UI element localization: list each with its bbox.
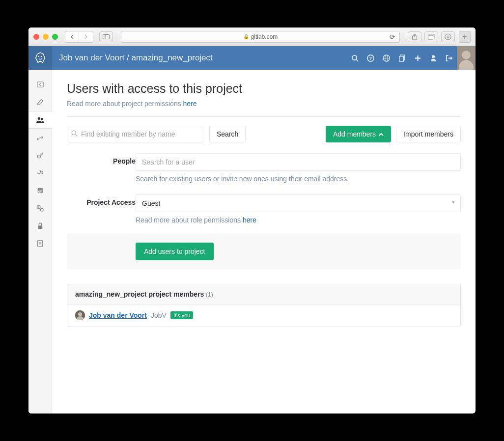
- page-subtitle: Read more about project permissions here: [67, 100, 461, 108]
- share-button[interactable]: [408, 31, 421, 42]
- reload-button[interactable]: ⟳: [390, 33, 395, 41]
- svg-point-24: [37, 117, 40, 120]
- gitlab-logo[interactable]: [28, 46, 52, 70]
- sidebar-item-back[interactable]: [28, 76, 52, 93]
- help-icon[interactable]: ?: [363, 46, 378, 70]
- signout-icon[interactable]: [441, 46, 457, 70]
- sidebar-item-members[interactable]: [28, 111, 52, 129]
- sidebar-item-services[interactable]: git: [28, 182, 52, 199]
- svg-point-6: [38, 56, 39, 57]
- url-host: gitlab.com: [251, 33, 278, 40]
- add-members-button[interactable]: Add members: [326, 126, 391, 142]
- svg-point-25: [41, 118, 43, 120]
- search-button[interactable]: Search: [209, 126, 246, 142]
- sidebar-item-edit[interactable]: [28, 93, 52, 111]
- app-header: Job van der Voort / amazing_new_project …: [28, 46, 476, 70]
- add-members-form: People Search for existing users or invi…: [67, 153, 461, 269]
- svg-rect-33: [38, 225, 42, 229]
- window-controls: [33, 34, 58, 40]
- svg-line-39: [76, 135, 78, 137]
- svg-rect-4: [428, 35, 433, 39]
- files-icon[interactable]: [394, 46, 410, 70]
- people-label: People: [67, 153, 136, 165]
- svg-text:?: ?: [369, 56, 372, 61]
- svg-rect-23: [37, 82, 43, 87]
- svg-line-9: [356, 59, 358, 61]
- people-input[interactable]: [136, 153, 461, 171]
- access-select-wrap: Guest: [136, 194, 461, 212]
- forward-button[interactable]: [79, 31, 93, 42]
- page-title: Users with access to this project: [67, 82, 461, 96]
- access-help-text: Read more about role permissions: [136, 216, 243, 224]
- sidebar-toggle-button[interactable]: [99, 31, 113, 42]
- close-window-button[interactable]: [33, 34, 39, 40]
- member-name-link[interactable]: Job van der Voort: [89, 311, 147, 319]
- sidebar-item-deploy[interactable]: [28, 129, 52, 146]
- svg-point-8: [352, 55, 356, 59]
- svg-point-19: [432, 55, 435, 58]
- perm-text: Read more about project permissions: [67, 100, 183, 108]
- sidebar-item-keys[interactable]: [28, 146, 52, 164]
- new-tab-button[interactable]: +: [459, 31, 471, 43]
- svg-point-41: [78, 312, 82, 316]
- zoom-window-button[interactable]: [52, 34, 58, 40]
- access-help-link[interactable]: here: [243, 216, 256, 224]
- sidebar-item-ci[interactable]: [28, 235, 52, 252]
- submit-row: Add users to project: [67, 234, 461, 269]
- members-toolbar: Search Add members Import members: [67, 126, 461, 142]
- add-members-label: Add members: [333, 130, 376, 138]
- people-help: Search for existing users or invite new …: [136, 175, 461, 183]
- svg-rect-16: [399, 56, 403, 61]
- search-icon: [71, 130, 78, 138]
- sidebar-item-hooks[interactable]: [28, 164, 52, 182]
- sidebar-item-protected[interactable]: [28, 217, 52, 235]
- add-users-button[interactable]: Add users to project: [136, 243, 214, 260]
- svg-point-38: [72, 131, 76, 135]
- access-help: Read more about role permissions here: [136, 216, 461, 224]
- globe-icon[interactable]: [378, 46, 394, 70]
- nav-buttons: [65, 31, 93, 43]
- breadcrumb[interactable]: Job van der Voort / amazing_new_project: [59, 53, 347, 63]
- address-bar[interactable]: 🔒 gitlab.com ⟳: [121, 31, 400, 43]
- svg-point-30: [38, 206, 39, 207]
- main-content: Users with access to this project Read m…: [52, 70, 476, 413]
- sidebar: git: [28, 70, 52, 413]
- browser-chrome: 🔒 gitlab.com ⟳ +: [28, 28, 476, 46]
- members-header: amazing_new_project project members (1): [67, 284, 460, 304]
- plus-icon[interactable]: [410, 46, 425, 70]
- tabs-button[interactable]: [424, 31, 438, 42]
- downloads-button[interactable]: [441, 31, 455, 42]
- chrome-right-buttons: +: [408, 31, 471, 43]
- member-search-input[interactable]: [67, 126, 204, 142]
- member-row: Job van der Voort JobV It's you: [67, 304, 460, 326]
- separator: [67, 116, 461, 117]
- user-icon[interactable]: [425, 46, 441, 70]
- member-search-wrap: [67, 126, 204, 142]
- access-select[interactable]: Guest: [136, 194, 461, 212]
- member-avatar: [75, 310, 85, 320]
- svg-rect-0: [103, 34, 110, 39]
- sidebar-item-settings[interactable]: [28, 199, 52, 217]
- search-icon[interactable]: [347, 46, 363, 70]
- app-body: git Users with access to this project Re…: [28, 70, 476, 413]
- members-header-text: amazing_new_project project members: [75, 290, 206, 298]
- svg-point-26: [37, 155, 40, 158]
- members-count: (1): [206, 291, 213, 298]
- access-label: Project Access: [67, 194, 136, 206]
- svg-point-21: [462, 51, 471, 59]
- svg-point-7: [41, 56, 42, 57]
- header-actions: ?: [347, 46, 476, 70]
- chevron-up-icon: [379, 130, 384, 138]
- members-panel: amazing_new_project project members (1) …: [67, 284, 461, 327]
- avatar[interactable]: [457, 46, 476, 70]
- import-members-button[interactable]: Import members: [396, 126, 461, 142]
- svg-text:git: git: [38, 190, 42, 193]
- perm-link[interactable]: here: [183, 100, 197, 108]
- back-button[interactable]: [65, 31, 79, 42]
- minimize-window-button[interactable]: [43, 34, 49, 40]
- lock-icon: 🔒: [243, 34, 249, 39]
- its-you-badge: It's you: [170, 311, 194, 319]
- svg-point-32: [41, 209, 42, 210]
- member-username: JobV: [151, 311, 167, 319]
- browser-window: 🔒 gitlab.com ⟳ + Job van der Voort / ama…: [28, 28, 476, 413]
